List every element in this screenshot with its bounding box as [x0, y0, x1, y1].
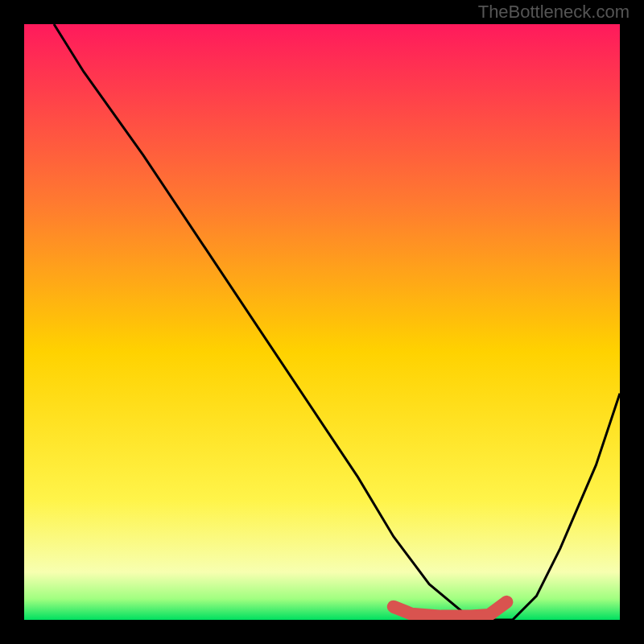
chart-svg: [24, 24, 620, 620]
watermark-text: TheBottleneck.com: [478, 2, 630, 23]
chart-canvas: [24, 24, 620, 620]
